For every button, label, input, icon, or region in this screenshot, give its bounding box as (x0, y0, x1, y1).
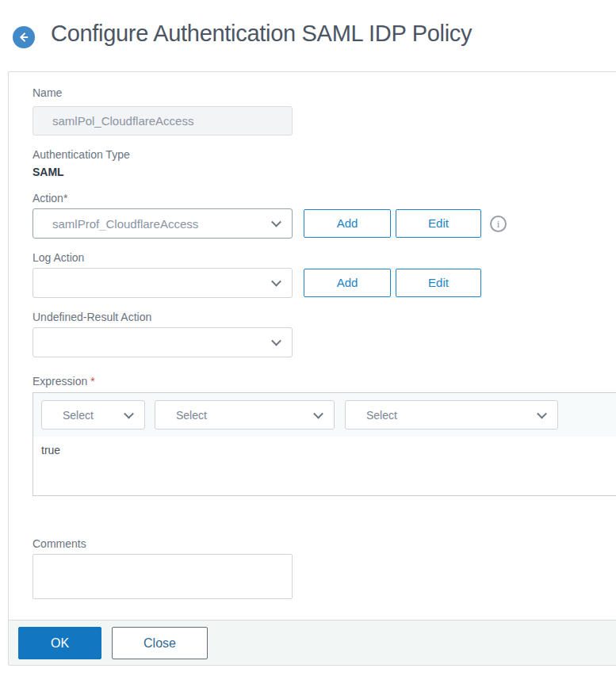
log-action-select[interactable] (33, 268, 293, 298)
expression-operand-select-1[interactable]: Select (41, 400, 145, 430)
required-asterisk: * (90, 375, 94, 388)
chevron-down-icon (313, 408, 323, 418)
action-select[interactable]: samlProf_CloudflareAccess (33, 208, 293, 239)
log-action-edit-button[interactable]: Edit (396, 269, 481, 297)
undefined-result-action-select[interactable] (33, 327, 293, 357)
chevron-down-icon (271, 277, 281, 287)
info-icon-glyph: i (497, 218, 500, 231)
form-panel: Name samlPol_CloudflareAccess Authentica… (8, 71, 616, 665)
expression-editor[interactable]: true (33, 437, 616, 496)
expression-select-1-value: Select (63, 409, 94, 422)
chevron-down-icon (271, 336, 281, 346)
name-label: Name (33, 86, 62, 99)
auth-type-label: Authentication Type (33, 148, 130, 161)
action-select-value: samlProf_CloudflareAccess (52, 217, 198, 231)
auth-type-value: SAML (33, 166, 64, 178)
configure-saml-idp-policy-page: Configure Authentication SAML IDP Policy… (0, 0, 616, 695)
close-button[interactable]: Close (112, 627, 208, 659)
arrow-left-icon (17, 31, 30, 44)
expression-operand-select-3[interactable]: Select (345, 400, 558, 430)
log-action-label: Log Action (33, 251, 84, 264)
action-label: Action* (33, 192, 67, 204)
action-edit-button[interactable]: Edit (396, 209, 481, 238)
back-button[interactable] (13, 26, 35, 48)
chevron-down-icon (271, 217, 281, 227)
undefined-result-action-label: Undefined-Result Action (33, 311, 151, 323)
expression-select-3-value: Select (366, 409, 397, 422)
expression-label: Expression* (33, 375, 95, 388)
chevron-down-icon (537, 408, 547, 418)
ok-button[interactable]: OK (18, 627, 101, 659)
action-add-button[interactable]: Add (304, 209, 391, 238)
expression-operand-select-2[interactable]: Select (155, 400, 335, 430)
name-input: samlPol_CloudflareAccess (33, 106, 293, 136)
expression-label-text: Expression (33, 375, 87, 388)
info-icon[interactable]: i (490, 216, 507, 232)
comments-input[interactable] (33, 554, 293, 599)
expression-toolbar: Select Select Select (33, 392, 616, 437)
comments-label: Comments (33, 537, 86, 550)
chevron-down-icon (124, 408, 134, 418)
page-title: Configure Authentication SAML IDP Policy (51, 21, 472, 47)
footer-action-bar: OK Close (9, 620, 616, 666)
expression-select-2-value: Select (176, 409, 207, 422)
log-action-add-button[interactable]: Add (304, 269, 391, 297)
